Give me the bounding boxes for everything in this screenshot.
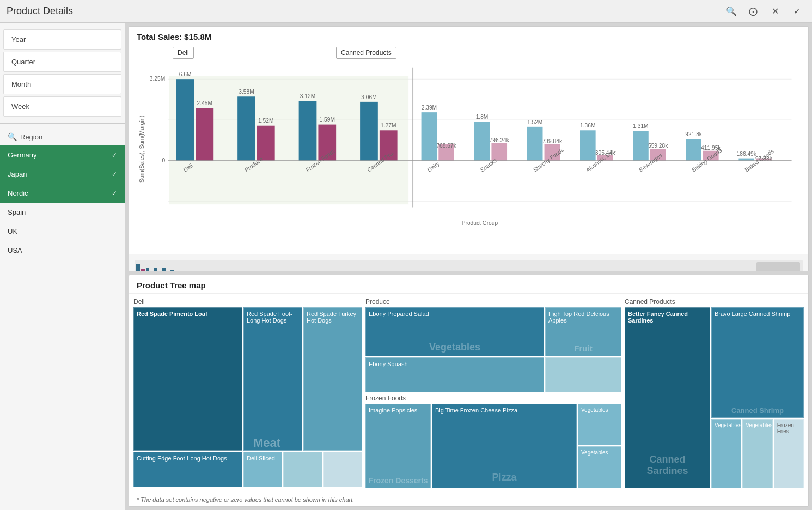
scrollbar-track[interactable] xyxy=(135,260,803,272)
svg-text:1.27M: 1.27M xyxy=(381,123,396,129)
region-germany[interactable]: Germany ✓ xyxy=(0,145,125,165)
tile-produce-small[interactable] xyxy=(545,357,621,392)
search-icon: 🔍 xyxy=(8,132,17,141)
svg-rect-33 xyxy=(527,127,543,161)
chart-footnote: * The data set contains negative or zero… xyxy=(129,493,808,506)
region-usa[interactable]: USA xyxy=(0,241,125,260)
svg-text:186.49k: 186.49k xyxy=(737,151,757,157)
treemap-frozen: Frozen Foods Imagine Popsicles Frozen De… xyxy=(365,394,621,489)
tile-ebony-squash[interactable]: Ebony Squash xyxy=(365,357,544,392)
svg-text:1.52M: 1.52M xyxy=(527,119,542,125)
region-nordic[interactable]: Nordic ✓ xyxy=(0,184,125,203)
filter-section: Year Quarter Month Week xyxy=(0,23,125,124)
tile-high-top-apples[interactable]: High Top Red Delcious Apples Fruit xyxy=(545,307,621,356)
tile-imagine-popsicles[interactable]: Imagine Popsicles Frozen Desserts xyxy=(365,404,431,489)
tile-bravo-shrimp[interactable]: Bravo Large Canned Shrimp Canned Shrimp xyxy=(711,307,804,418)
svg-rect-41 xyxy=(633,131,649,161)
tile-canned-small3[interactable]: Frozen Fries xyxy=(774,419,804,488)
page-title: Product Details xyxy=(7,5,73,17)
svg-text:3.12M: 3.12M xyxy=(300,93,315,99)
tile-better-fancy-sardines[interactable]: Better Fancy Canned Sardines CannedSardi… xyxy=(625,307,710,488)
svg-text:Dairy: Dairy xyxy=(426,160,441,173)
region-section: 🔍 Region Germany ✓ Japan ✓ Nordic ✓ xyxy=(0,124,125,510)
treemap-canned-section: Canned Products Better Fancy Canned Sard… xyxy=(625,298,804,488)
filter-year[interactable]: Year xyxy=(3,29,121,50)
svg-text:0: 0 xyxy=(162,157,166,163)
svg-rect-10 xyxy=(196,108,213,161)
tile-deli-sliced[interactable]: Deli Sliced xyxy=(243,452,282,487)
annotation-canned: Canned Products xyxy=(336,47,396,59)
region-spain[interactable]: Spain xyxy=(0,203,125,222)
tile-frozen-veg1[interactable]: Vegetables xyxy=(578,404,621,446)
sales-chart-panel: Total Sales: $15.8M Deli Canned Products xyxy=(129,26,809,271)
svg-rect-37 xyxy=(580,130,596,161)
chart-header: Total Sales: $15.8M xyxy=(129,27,808,41)
tile-frozen-pizza[interactable]: Big Time Frozen Cheese Pizza Pizza xyxy=(432,404,577,489)
svg-rect-45 xyxy=(686,139,701,161)
svg-rect-29 xyxy=(474,122,490,161)
treemap-produce-label: Produce xyxy=(365,298,621,306)
svg-rect-25 xyxy=(422,112,437,161)
annotation-deli: Deli xyxy=(173,47,194,59)
svg-text:1.31M: 1.31M xyxy=(633,123,648,129)
check-icon[interactable]: ✓ xyxy=(788,3,805,20)
svg-text:768.67k: 768.67k xyxy=(436,143,456,149)
grid-icon[interactable]: ⨀ xyxy=(744,3,762,20)
svg-text:921.8k: 921.8k xyxy=(685,131,702,137)
tile-canned-small2[interactable]: Vegetables xyxy=(742,419,772,488)
region-japan[interactable]: Japan ✓ xyxy=(0,165,125,184)
svg-rect-12 xyxy=(237,96,255,161)
tile-cutting-edge[interactable]: Cutting Edge Foot-Long Hot Dogs xyxy=(133,452,242,487)
tile-ebony-salad[interactable]: Ebony Prepared Salad Vegetables xyxy=(365,307,544,356)
svg-rect-14 xyxy=(257,126,275,161)
region-label: Region xyxy=(20,133,42,141)
tile-deli-small2[interactable] xyxy=(323,452,362,487)
checkmark-icon: ✓ xyxy=(112,171,117,178)
tile-frozen-veg2[interactable]: Vegetables xyxy=(578,446,621,488)
treemap-frozen-label: Frozen Foods xyxy=(365,394,621,402)
svg-text:Product Group: Product Group xyxy=(462,220,498,226)
search-icon[interactable]: 🔍 xyxy=(723,3,740,20)
tile-red-spade-pimento[interactable]: Red Spade Pimento Loaf xyxy=(133,307,242,451)
svg-text:1.8M: 1.8M xyxy=(476,114,489,120)
close-icon[interactable]: ✕ xyxy=(766,3,784,20)
svg-text:3.06M: 3.06M xyxy=(361,94,376,100)
svg-text:2.39M: 2.39M xyxy=(422,105,437,111)
header-toolbar: 🔍 ⨀ ✕ ✓ xyxy=(723,3,805,20)
filter-week[interactable]: Week xyxy=(3,96,121,117)
svg-text:3.58M: 3.58M xyxy=(239,89,254,95)
svg-rect-16 xyxy=(299,101,317,161)
chart-title: Total Sales: $15.8M xyxy=(137,32,211,41)
region-header: 🔍 Region xyxy=(0,128,125,145)
filter-month[interactable]: Month xyxy=(3,74,121,94)
svg-text:3.25M: 3.25M xyxy=(150,76,165,82)
tile-deli-small1[interactable] xyxy=(283,452,322,487)
region-list: Germany ✓ Japan ✓ Nordic ✓ Spain xyxy=(0,145,125,260)
svg-text:739.84k: 739.84k xyxy=(542,138,563,144)
svg-text:1.36M: 1.36M xyxy=(580,123,595,129)
svg-text:1.52M: 1.52M xyxy=(258,118,273,124)
treemap-deli-label: Deli xyxy=(133,298,362,306)
svg-text:1.59M: 1.59M xyxy=(320,117,335,123)
svg-text:2.45M: 2.45M xyxy=(197,100,212,106)
svg-text:6.6M: 6.6M xyxy=(179,71,192,77)
treemap-title: Product Tree map xyxy=(129,275,808,294)
chart-scrollbar[interactable] xyxy=(129,254,808,271)
svg-text:559.28k: 559.28k xyxy=(648,143,668,149)
treemap-deli-section: Deli Red Spade Pimento Loaf Cutting Edge… xyxy=(133,298,362,488)
treemap-panel: Product Tree map Deli Red Spade Pimento … xyxy=(129,275,809,507)
main-content: Total Sales: $15.8M Deli Canned Products xyxy=(125,23,812,510)
filter-quarter[interactable]: Quarter xyxy=(3,52,121,72)
svg-text:796.24k: 796.24k xyxy=(490,137,510,143)
sidebar: Year Quarter Month Week 🔍 Region Germany… xyxy=(0,23,125,510)
tile-foot-long-hot-dogs[interactable]: Red Spade Foot-Long Hot Dogs xyxy=(243,307,302,451)
scrollbar-handle[interactable] xyxy=(756,262,800,272)
region-uk[interactable]: UK xyxy=(0,222,125,241)
treemap-canned-label: Canned Products xyxy=(625,298,804,306)
checkmark-icon: ✓ xyxy=(112,151,117,159)
svg-rect-20 xyxy=(360,102,378,161)
treemap-produce-frozen-section: Produce Ebony Prepared Salad Vegetables … xyxy=(365,298,621,488)
tile-canned-small1[interactable]: Vegetables xyxy=(711,419,741,488)
svg-rect-8 xyxy=(176,79,194,161)
tile-turkey-hot-dogs[interactable]: Red Spade Turkey Hot Dogs xyxy=(303,307,362,451)
